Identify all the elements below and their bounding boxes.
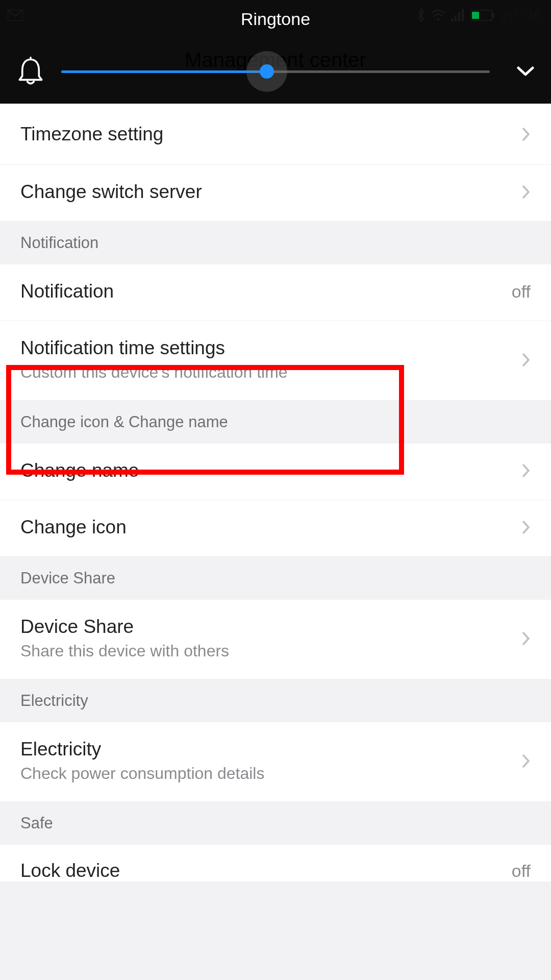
row-change-switch-server[interactable]: Change switch server (0, 165, 551, 222)
collapse-button[interactable] (500, 66, 551, 77)
row-change-name[interactable]: Change name (0, 444, 551, 500)
row-title: Device Share (20, 616, 521, 638)
row-title: Notification (20, 281, 512, 302)
row-title: Change icon (20, 517, 521, 538)
bell-icon (16, 57, 45, 86)
row-title: Change switch server (20, 181, 521, 203)
row-notification-time-settings[interactable]: Notification time settings Custom this d… (0, 321, 551, 401)
section-header-notification: Notification (0, 222, 551, 264)
chevron-right-icon (521, 463, 531, 478)
ringtone-volume-slider[interactable] (61, 61, 490, 82)
section-header-electricity: Electricity (0, 679, 551, 722)
row-lock-device[interactable]: Lock device off (0, 845, 551, 881)
chevron-right-icon (521, 753, 531, 769)
chevron-right-icon (521, 352, 531, 368)
section-header-change-icon-name: Change icon & Change name (0, 401, 551, 444)
section-header-safe: Safe (0, 802, 551, 845)
row-subtitle: Share this device with others (20, 642, 521, 660)
ringtone-volume-overlay: 20:06 Ringtone (0, 0, 551, 104)
chevron-right-icon (521, 520, 531, 535)
chevron-right-icon (521, 631, 531, 646)
row-title: Electricity (20, 739, 521, 760)
chevron-down-icon (517, 66, 534, 77)
row-title: Timezone setting (20, 124, 521, 145)
row-timezone-setting[interactable]: Timezone setting (0, 104, 551, 165)
chevron-right-icon (521, 184, 531, 200)
row-value: off (512, 282, 531, 302)
row-electricity[interactable]: Electricity Check power consumption deta… (0, 722, 551, 802)
row-change-icon[interactable]: Change icon (0, 500, 551, 557)
section-header-device-share: Device Share (0, 557, 551, 600)
row-title: Lock device (20, 860, 120, 881)
row-title: Change name (20, 460, 521, 481)
ringtone-title: Ringtone (0, 9, 551, 29)
chevron-right-icon (521, 127, 531, 142)
settings-list: Timezone setting Change switch server No… (0, 104, 551, 980)
row-value: off (512, 861, 531, 881)
row-notification[interactable]: Notification off (0, 264, 551, 321)
row-device-share[interactable]: Device Share Share this device with othe… (0, 600, 551, 679)
row-title: Notification time settings (20, 337, 521, 359)
row-subtitle: Check power consumption details (20, 764, 521, 783)
row-subtitle: Custom this device's notification time (20, 363, 521, 382)
